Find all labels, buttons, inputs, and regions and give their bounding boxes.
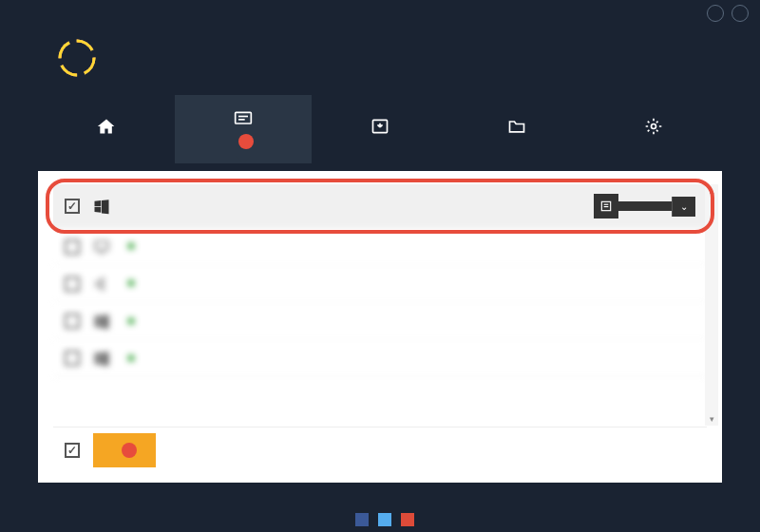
content-panel: ⌄ [38, 171, 722, 483]
footer [0, 513, 760, 526]
windows-icon [93, 350, 110, 367]
driver-checkbox[interactable] [65, 314, 80, 329]
googleplus-icon[interactable] [401, 513, 414, 526]
download-badge [122, 443, 137, 458]
monitor-icon [93, 238, 110, 256]
driver-checkbox[interactable] [65, 351, 80, 366]
tab-backup[interactable] [312, 95, 448, 163]
driver-row[interactable]: ⌄ [53, 184, 707, 229]
driver-info-button[interactable] [594, 194, 618, 218]
status-dot-icon [127, 279, 135, 287]
status-dot-icon [127, 354, 135, 362]
updates-badge [238, 134, 254, 149]
driver-name [124, 314, 682, 328]
tab-restore[interactable] [448, 95, 585, 163]
driver-name [124, 239, 695, 253]
driver-name [124, 276, 695, 290]
status-dot-icon [127, 317, 135, 325]
driver-row[interactable] [53, 266, 707, 303]
driver-name [124, 352, 682, 365]
backup-icon [370, 117, 390, 136]
driver-list: ⌄ [38, 184, 722, 433]
download-install-button[interactable] [93, 433, 156, 467]
close-button[interactable] [732, 5, 749, 22]
windows-icon [93, 313, 110, 330]
update-dropdown-button[interactable]: ⌄ [672, 197, 695, 217]
tab-driver-updates[interactable] [175, 95, 312, 163]
driver-checkbox[interactable] [65, 276, 80, 292]
svg-rect-12 [95, 241, 108, 250]
scrollbar[interactable]: ▴ ▾ [705, 184, 718, 426]
minimize-button[interactable] [707, 5, 724, 22]
tab-settings[interactable] [585, 95, 722, 163]
home-icon [96, 117, 117, 136]
windows-icon [93, 198, 110, 215]
logo-area [0, 27, 760, 95]
driver-row[interactable] [53, 229, 707, 266]
drivermax-logo-icon [57, 38, 97, 78]
driver-row[interactable] [53, 303, 707, 340]
driver-checkbox[interactable] [65, 199, 80, 214]
svg-rect-4 [236, 112, 252, 124]
svg-point-3 [60, 41, 94, 75]
scroll-down-icon[interactable]: ▾ [705, 412, 718, 426]
twitter-icon[interactable] [378, 513, 391, 526]
status-dot-icon [127, 242, 135, 250]
select-all-checkbox[interactable] [65, 443, 80, 458]
audio-icon [93, 276, 110, 293]
driver-row[interactable] [53, 340, 707, 377]
svg-point-8 [652, 124, 656, 129]
tab-home[interactable] [38, 95, 175, 163]
gear-icon [643, 117, 664, 136]
monitor-icon [233, 109, 254, 128]
update-button[interactable] [618, 201, 672, 211]
driver-checkbox[interactable] [65, 239, 80, 255]
facebook-icon[interactable] [355, 513, 369, 526]
scroll-up-icon[interactable]: ▴ [705, 184, 718, 198]
folder-icon [506, 117, 527, 136]
